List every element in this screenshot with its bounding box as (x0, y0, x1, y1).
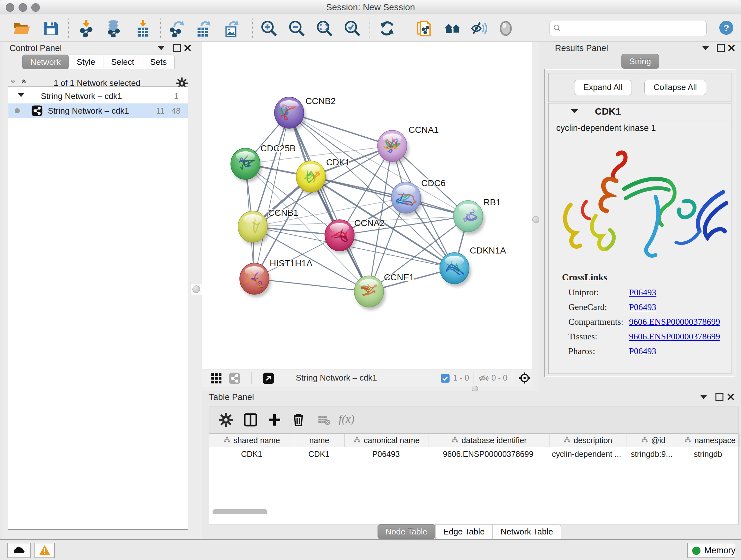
tab-node-table[interactable]: Node Table (378, 524, 435, 539)
birdseye-grid-icon[interactable] (210, 372, 222, 384)
network-node-cdc25b[interactable] (231, 148, 262, 182)
network-node-ccna2[interactable] (325, 220, 356, 254)
panel-collapse-icon[interactable] (702, 46, 709, 51)
column-header[interactable]: name (294, 434, 345, 447)
warning-button[interactable] (35, 543, 55, 558)
zoom-out-icon[interactable] (288, 19, 306, 37)
save-icon[interactable] (42, 19, 60, 37)
highlight-icon[interactable] (497, 19, 515, 37)
network-node-ccne1[interactable] (354, 276, 386, 310)
string-network-graph[interactable]: CCNB2CCNA1CDC25BCDK1CDC6RB1CCNB1CCNA2CDK… (202, 42, 532, 369)
panel-close-icon[interactable] (727, 393, 735, 401)
crosslink-link[interactable]: P06493 (629, 287, 657, 298)
collection-row[interactable]: String Network – cdk1 1 (8, 89, 188, 104)
panel-float-icon[interactable] (717, 44, 725, 52)
crosslink-link[interactable]: P06493 (629, 346, 657, 356)
network-node-cdk1[interactable] (296, 161, 327, 195)
panel-float-icon[interactable] (716, 393, 724, 401)
right-splitter-handle[interactable] (532, 216, 539, 223)
divider (284, 372, 284, 384)
right-splitter[interactable] (532, 42, 539, 387)
zoom-fit-icon[interactable] (316, 19, 333, 37)
tab-select[interactable]: Select (103, 55, 142, 69)
column-header[interactable]: database identifier (429, 434, 549, 447)
collapse-entry-icon[interactable] (571, 109, 578, 113)
cloud-button[interactable] (7, 543, 31, 558)
column-header[interactable]: description (549, 434, 626, 447)
delete-column-icon[interactable] (291, 412, 306, 428)
export-image-icon[interactable] (223, 19, 241, 37)
node-label: CDKN1A (470, 246, 506, 255)
panel-collapse-icon[interactable] (158, 46, 165, 51)
fit-selected-target-icon[interactable] (518, 372, 531, 384)
shared-column-icon (563, 436, 570, 445)
gene-header-row[interactable]: CDK1 (549, 104, 731, 120)
column-header[interactable]: canonical name (345, 434, 429, 447)
panel-close-icon[interactable] (728, 44, 735, 52)
homes-icon[interactable] (444, 19, 461, 37)
tab-string[interactable]: String (621, 54, 659, 69)
column-header-label: name (309, 436, 329, 445)
network-node-hist1h1a[interactable] (240, 263, 271, 297)
tab-edge-table[interactable]: Edge Table (435, 524, 493, 539)
node-label: CCNA2 (354, 218, 385, 228)
clone-document-icon[interactable] (415, 19, 433, 37)
network-edge[interactable] (254, 279, 369, 292)
import-network-icon[interactable] (77, 19, 95, 37)
column-header[interactable]: shared name (209, 434, 294, 447)
collapse-all-button[interactable]: Collapse All (644, 80, 706, 95)
table-cell[interactable]: CDK1 (294, 447, 344, 461)
table-cell[interactable]: P06493 (344, 447, 428, 461)
table-cell[interactable]: stringdb (678, 447, 738, 461)
export-network-icon[interactable] (168, 19, 186, 37)
left-splitter[interactable] (191, 42, 202, 539)
node-table[interactable]: shared namenamecanonical namedatabase id… (209, 434, 738, 525)
zoom-selected-icon[interactable] (343, 19, 361, 37)
column-header-label: @id (651, 436, 666, 445)
gear-icon[interactable] (218, 412, 233, 428)
panel-close-icon[interactable] (184, 44, 192, 52)
expand-all-button[interactable]: Expand All (574, 80, 632, 95)
tab-network[interactable]: Network (22, 55, 69, 69)
columns-icon[interactable] (243, 412, 258, 428)
tab-sets[interactable]: Sets (142, 55, 175, 69)
export-table-icon[interactable] (195, 19, 213, 37)
hide-unhide-icon[interactable] (470, 19, 488, 37)
table-cell[interactable]: stringdb:9... (625, 447, 678, 461)
refresh-icon[interactable] (378, 19, 396, 37)
network-node-cdkn1a[interactable] (440, 253, 471, 287)
memory-button[interactable]: Memory (687, 543, 735, 558)
clear-table-icon (317, 412, 331, 428)
column-header[interactable]: @id (626, 434, 680, 447)
crosslink-link[interactable]: 9606.ENSP00000378699 (629, 317, 720, 327)
import-table-icon[interactable] (134, 19, 152, 37)
horizontal-scrollbar[interactable] (212, 509, 267, 514)
table-row[interactable]: CDK1CDK1P064939606.ENSP00000378699cyclin… (209, 447, 738, 461)
network-canvas[interactable]: CCNB2CCNA1CDC25BCDK1CDC6RB1CCNB1CCNA2CDK… (202, 42, 532, 369)
add-column-icon[interactable] (267, 412, 282, 428)
network-row-selected[interactable]: String Network – cdk1 11 48 (8, 104, 188, 118)
tab-style[interactable]: Style (69, 55, 103, 69)
help-icon[interactable]: ? (719, 20, 734, 36)
crosslink-link[interactable]: P06493 (629, 302, 657, 312)
network-node-ccna1[interactable] (378, 130, 409, 165)
tab-network-table[interactable]: Network Table (493, 524, 561, 539)
table-cell[interactable]: CDK1 (209, 447, 294, 461)
open-folder-icon[interactable] (13, 19, 30, 37)
panel-float-icon[interactable] (173, 44, 181, 52)
network-node-rb1[interactable] (454, 200, 485, 235)
table-cell[interactable]: 9606.ENSP00000378699 (428, 447, 548, 461)
network-edge[interactable] (254, 113, 289, 279)
string-tools-icon[interactable] (228, 372, 241, 384)
left-splitter-handle[interactable] (192, 286, 200, 293)
crosslink-link[interactable]: 9606.ENSP00000378699 (629, 331, 720, 341)
column-header[interactable]: namespace (680, 434, 740, 447)
panel-collapse-icon[interactable] (700, 395, 707, 400)
zoom-in-icon[interactable] (260, 19, 278, 37)
search-input[interactable] (564, 22, 702, 35)
selected-checkbox-icon[interactable] (441, 374, 450, 383)
import-database-icon[interactable] (105, 19, 122, 37)
network-node-ccnb2[interactable] (274, 97, 306, 131)
open-in-window-icon[interactable] (262, 372, 274, 384)
table-cell[interactable]: cyclin-dependent ... (548, 447, 625, 461)
